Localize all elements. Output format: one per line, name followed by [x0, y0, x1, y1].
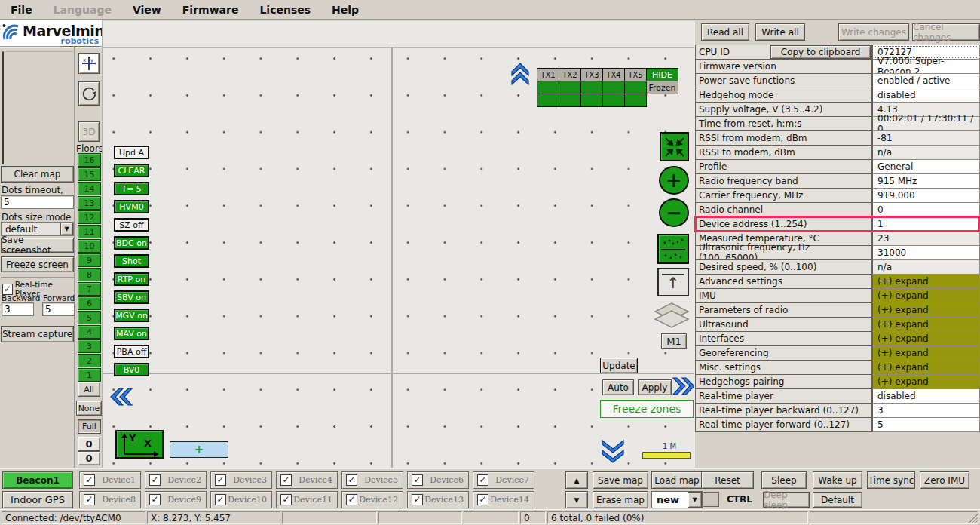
map-toggle-button[interactable]: MGV on	[114, 309, 149, 322]
follow-up-icon[interactable]: ↑	[657, 268, 689, 296]
tx-cell[interactable]	[537, 94, 559, 107]
stream-capture-button[interactable]: Stream capture	[1, 326, 74, 342]
layers-icon[interactable]	[654, 302, 690, 333]
device-toggle[interactable]: ✓ Device1	[79, 471, 141, 489]
save-screenshot-button[interactable]: Save screenshot	[1, 238, 74, 253]
xy-axes-icon[interactable]: xy	[78, 53, 100, 74]
floor-button[interactable]: 14	[78, 182, 101, 195]
floors-counter-top[interactable]: 0	[78, 437, 100, 451]
map-toggle-button[interactable]: Upd A	[114, 146, 149, 159]
floor-button[interactable]: 1	[78, 368, 101, 382]
tx-cell[interactable]	[559, 94, 581, 107]
tx-header-cell[interactable]: TX2	[559, 68, 581, 81]
map-toggle-button[interactable]: HVM0	[114, 200, 149, 213]
menu-item[interactable]: Help	[321, 2, 369, 18]
dropdown-arrow-icon[interactable]: ▼	[60, 223, 73, 235]
chevron-left-double-icon[interactable]	[109, 387, 133, 407]
cancel-changes-button[interactable]: Cancel changes	[912, 23, 980, 41]
floors-all-button[interactable]: All	[78, 382, 100, 397]
device-toggle[interactable]: ✓ Device4	[276, 471, 338, 489]
parameter-value[interactable]: 915 MHz	[872, 173, 980, 189]
parameter-value[interactable]: 23	[872, 231, 980, 246]
floor-button[interactable]: 9	[78, 253, 101, 267]
floor-button[interactable]: 15	[78, 167, 101, 181]
floor-button[interactable]: 16	[78, 153, 101, 167]
tx-header-cell[interactable]: TX1	[537, 68, 559, 81]
tx-cell[interactable]	[602, 81, 625, 94]
map-toggle-button[interactable]: Shot	[114, 254, 149, 268]
device-checkbox[interactable]: ✓	[84, 494, 95, 505]
parameter-value[interactable]: 00:02:01 / 17:30:11 / 0	[872, 116, 980, 131]
floor-button[interactable]: 3	[78, 339, 101, 353]
3d-view-button[interactable]: 3D	[78, 121, 100, 142]
parameter-value[interactable]: 3	[872, 403, 980, 418]
device-checkbox[interactable]: ✓	[412, 474, 423, 486]
map-toggle-button[interactable]: MAV on	[114, 327, 149, 340]
parameter-value[interactable]: 5	[872, 417, 980, 432]
tx-cell[interactable]	[624, 94, 647, 107]
freeze-zones-button[interactable]: Freeze zones	[600, 400, 694, 418]
tx-cell[interactable]	[624, 81, 647, 94]
device-toggle[interactable]: ✓ Device13	[407, 491, 469, 508]
zero-imu-button[interactable]: Zero IMU	[920, 471, 969, 489]
freeze-screen-button[interactable]: Freeze screen	[1, 256, 74, 272]
parameter-value[interactable]: n/a	[872, 145, 980, 160]
default-button[interactable]: Default	[813, 492, 862, 508]
map-select-arrow-icon[interactable]: ▼	[688, 492, 702, 508]
menu-item[interactable]: Licenses	[249, 2, 321, 18]
map-toggle-button[interactable]: PBA off	[114, 345, 149, 358]
reset-button[interactable]: Reset	[701, 471, 754, 489]
menu-item[interactable]: Firmware	[172, 2, 250, 18]
dots-display-icon[interactable]	[657, 234, 689, 264]
map-toggle-button[interactable]: CLEAR	[114, 164, 149, 177]
update-button[interactable]: Update	[600, 358, 638, 373]
parameter-value[interactable]: 0	[872, 202, 980, 217]
device-toggle[interactable]: ✓ Device10	[210, 491, 272, 508]
deep-sleep-button[interactable]: Deep sleep	[763, 492, 810, 508]
device-checkbox[interactable]: ✓	[149, 494, 161, 505]
map-select[interactable]: new ▼	[651, 491, 703, 508]
floor-button[interactable]: 10	[78, 239, 101, 253]
device-toggle[interactable]: ✓ Device12	[341, 491, 403, 508]
tx-cell[interactable]	[580, 94, 603, 107]
tx-cell[interactable]	[602, 94, 625, 107]
device-checkbox[interactable]: ✓	[84, 474, 95, 486]
parameter-value[interactable]: V7.000i Super-Beacon-2	[872, 59, 980, 74]
parameter-value[interactable]: 31000	[872, 245, 980, 260]
beacon1-tab[interactable]: Beacon1	[2, 471, 73, 489]
chevron-up-double-icon[interactable]	[510, 62, 530, 86]
zoom-out-icon[interactable]: −	[659, 198, 689, 227]
parameter-value[interactable]: (+) expand	[872, 374, 980, 389]
parameter-value[interactable]: -81	[872, 130, 980, 146]
floor-button[interactable]: 7	[78, 282, 101, 296]
floors-counter-bottom[interactable]: 0	[78, 451, 100, 465]
floors-full-button[interactable]: Full	[78, 419, 101, 434]
map-toggle-button[interactable]: T= 5	[114, 182, 149, 195]
axis-orientation-icon[interactable]: Y X	[115, 430, 164, 459]
device-checkbox[interactable]: ✓	[346, 494, 357, 505]
ctrl-checkbox[interactable]	[703, 492, 719, 507]
add-submap-button[interactable]: +	[170, 441, 228, 458]
map-canvas[interactable]: Upd A CLEAR T= 5 HVM0 SZ off BDC on Shot…	[102, 21, 694, 468]
device-toggle[interactable]: ✓ Device9	[145, 491, 207, 508]
backward-input[interactable]	[2, 302, 34, 316]
m1-button[interactable]: M1	[661, 333, 687, 349]
rotate-icon[interactable]	[78, 81, 100, 106]
floor-button[interactable]: 4	[78, 325, 101, 339]
tx-cell[interactable]	[537, 81, 559, 94]
tx-hide-button[interactable]: HIDE	[646, 68, 678, 81]
forward-input[interactable]	[42, 302, 75, 316]
time-sync-button[interactable]: Time sync	[867, 471, 915, 489]
device-checkbox[interactable]: ✓	[346, 474, 357, 486]
floor-button[interactable]: 8	[78, 268, 101, 281]
zoom-in-icon[interactable]: +	[659, 166, 689, 195]
clear-map-button[interactable]: Clear map	[1, 166, 74, 183]
write-changes-button[interactable]: Write changes	[838, 23, 909, 41]
floor-button[interactable]: 13	[78, 196, 101, 210]
device-checkbox[interactable]: ✓	[412, 494, 423, 505]
parameter-value[interactable]: (+) expand	[872, 302, 980, 318]
device-checkbox[interactable]: ✓	[215, 494, 226, 505]
device-toggle[interactable]: ✓ Device6	[407, 471, 469, 489]
tx-cell[interactable]	[580, 81, 603, 94]
load-map-button[interactable]: Load map	[651, 471, 703, 489]
